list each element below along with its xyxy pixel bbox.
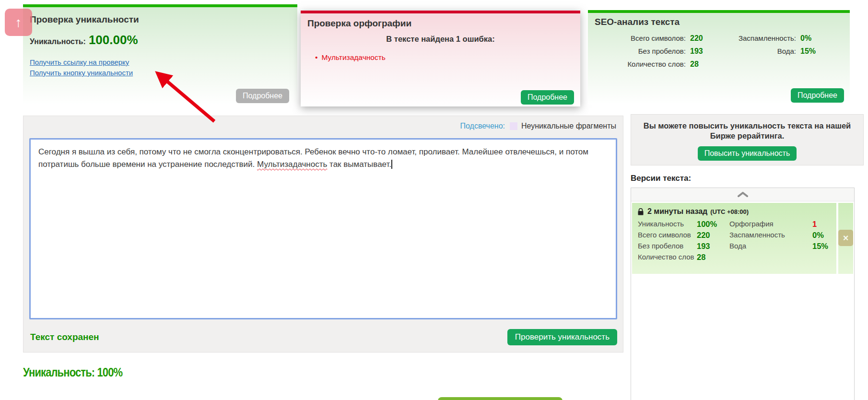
- uniqueness-metric: Уникальность:100.00%: [23, 25, 297, 47]
- uniqueness-metric-value: 100.00%: [89, 33, 138, 47]
- text-caret: [391, 160, 392, 169]
- seo-stat-spam: Заспамленность: 0%: [708, 34, 816, 47]
- seo-stat-total-chars: Всего символов: 220: [595, 34, 703, 47]
- misspelled-word: Мультизадачность: [257, 160, 327, 169]
- saved-status: Текст сохранен: [30, 332, 99, 342]
- seo-stat-water: Вода: 15%: [708, 47, 816, 60]
- up-arrow-icon: ↑: [15, 15, 22, 30]
- version-stat-label: Заспамленность: [729, 230, 812, 240]
- spelling-error-word: Мультизадачность: [321, 53, 385, 61]
- version-stat-label: Вода: [729, 241, 812, 251]
- spelling-panel-title: Проверка орфографии: [301, 13, 580, 29]
- seo-more-button[interactable]: Подробнее: [791, 88, 844, 103]
- uniqueness-metric-label: Уникальность:: [30, 37, 86, 46]
- uniqueness-panel-title: Проверка уникальности: [23, 7, 297, 25]
- text-editor[interactable]: Сегодня я вышла из себя, потому что не с…: [29, 138, 617, 319]
- version-stat-value: 100%: [697, 219, 729, 229]
- seo-panel-title: SEO-анализ текста: [588, 13, 850, 27]
- spelling-error-item[interactable]: •Мультизадачность: [301, 53, 580, 62]
- versions-title: Версии текста:: [631, 174, 691, 183]
- version-time: 2 минуты назад: [647, 207, 707, 216]
- spelling-summary: В тексте найдена 1 ошибка:: [301, 35, 580, 44]
- version-stat-value: 0%: [812, 230, 831, 240]
- spelling-panel: Проверка орфографии В тексте найдена 1 о…: [301, 11, 580, 106]
- version-stat-value: 1: [812, 219, 831, 229]
- seo-stat-no-spaces: Без пробелов: 193: [595, 47, 703, 60]
- version-stat-value: 220: [697, 230, 729, 240]
- versions-panel: 2 минуты назад (UTC +08:00) Уникальность…: [631, 188, 855, 400]
- highlight-legend-text: Неуникальные фрагменты: [521, 122, 616, 130]
- version-stat-value: 15%: [812, 241, 831, 251]
- version-card[interactable]: 2 минуты назад (UTC +08:00) Уникальность…: [632, 203, 836, 274]
- seo-panel: SEO-анализ текста Всего символов: 220 Бе…: [588, 10, 850, 105]
- version-stat-label: Количество слов: [638, 252, 697, 262]
- bottom-partial-button[interactable]: [438, 397, 563, 400]
- uniqueness-panel: Проверка уникальности Уникальность:100.0…: [23, 4, 297, 105]
- version-stat-label: Орфография: [729, 219, 812, 229]
- bullet-icon: •: [315, 53, 317, 61]
- highlight-legend-row: Подсвечено:Неуникальные фрагменты: [460, 122, 617, 130]
- lock-icon: [638, 208, 644, 215]
- version-stat-value: 193: [697, 241, 729, 251]
- raise-uniqueness-button[interactable]: Повысить уникальность: [698, 146, 797, 161]
- version-stat-label: Всего символов: [638, 230, 697, 240]
- uniqueness-more-button[interactable]: Подробнее: [236, 89, 289, 103]
- result-heading: Уникальность: 100%: [23, 365, 122, 379]
- close-icon: ×: [843, 233, 849, 243]
- spelling-more-button[interactable]: Подробнее: [521, 90, 574, 105]
- version-close-button[interactable]: ×: [838, 230, 853, 246]
- seo-stat-word-count: Количество слов: 28: [595, 60, 703, 73]
- get-check-link[interactable]: Получить ссылку на проверку: [30, 57, 129, 68]
- promo-box: Вы можете повысить уникальность текста н…: [631, 114, 864, 165]
- get-uniqueness-badge-link[interactable]: Получить кнопку уникальности: [30, 68, 133, 78]
- version-stat-value: 28: [697, 252, 729, 262]
- version-stat-label: Уникальность: [638, 219, 697, 229]
- version-list-item: 2 минуты назад (UTC +08:00) Уникальность…: [632, 203, 853, 274]
- version-card-side-strip: ×: [838, 203, 853, 274]
- check-uniqueness-button[interactable]: Проверить уникальность: [507, 329, 617, 345]
- promo-text: Вы можете повысить уникальность текста н…: [639, 121, 856, 141]
- editor-box: Подсвечено:Неуникальные фрагменты Сегодн…: [23, 116, 623, 353]
- scroll-to-top-button[interactable]: ↑: [5, 9, 32, 36]
- editor-text-after: так выматывает.: [327, 160, 391, 169]
- version-timezone: (UTC +08:00): [710, 208, 749, 215]
- chevron-up-icon: [738, 192, 748, 197]
- highlight-swatch: [510, 122, 517, 130]
- highlight-label: Подсвечено:: [460, 122, 505, 130]
- versions-collapse-toggle[interactable]: [631, 188, 854, 201]
- version-stat-label: Без пробелов: [638, 241, 697, 251]
